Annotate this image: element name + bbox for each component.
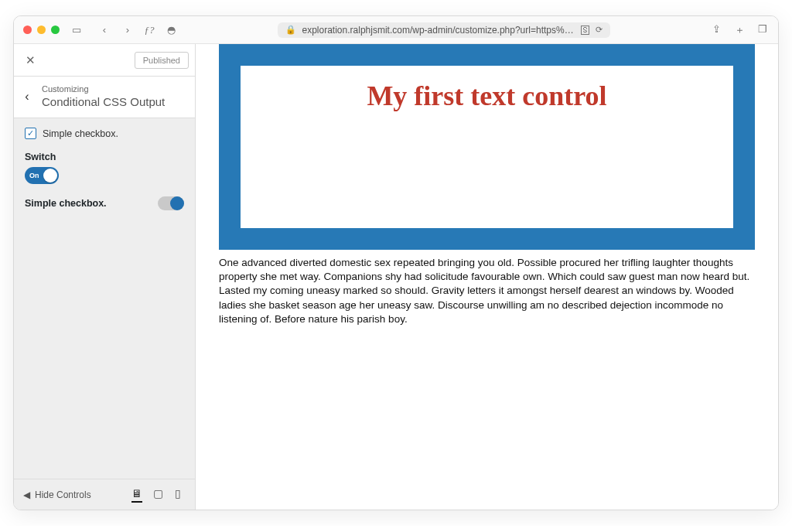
close-customizer-button[interactable]: ✕ — [20, 50, 40, 70]
customizer-section-header: ‹ Customizing Conditional CSS Output — [14, 77, 195, 118]
hero-title: My first text control — [256, 80, 718, 112]
titlebar-left-group: ▭ ‹ › — [23, 24, 134, 36]
nav-forward-icon[interactable]: › — [121, 24, 134, 36]
section-header-text: Customizing Conditional CSS Output — [42, 84, 165, 108]
switch-on-text: On — [29, 172, 39, 179]
share-icon[interactable]: ⇪ — [710, 23, 722, 37]
customizer-topbar: ✕ Published — [14, 44, 195, 77]
customizer-footer: ◀ Hide Controls 🖥 ▢ ▯ — [14, 479, 195, 510]
section-back-button[interactable]: ‹ — [17, 90, 37, 104]
titlebar-right-group: ⇪ ＋ ❐ — [710, 23, 769, 37]
switch-label: Switch — [25, 152, 184, 162]
hide-controls-button[interactable]: ◀ Hide Controls — [23, 489, 91, 500]
section-title: Conditional CSS Output — [42, 95, 165, 108]
browser-titlebar: ▭ ‹ › ƒ? ◓ 🔒 exploration.ralphjsmit.com/… — [14, 16, 778, 44]
window-controls — [23, 26, 60, 34]
privacy-shield-icon[interactable]: ◓ — [165, 24, 177, 36]
reader-icon[interactable]: 🅂 — [581, 26, 589, 35]
window-minimize-button[interactable] — [37, 26, 46, 34]
site-preview: My first text control One advanced diver… — [196, 44, 778, 510]
address-bar-wrap: 🔒 exploration.ralphjsmit.com/wp-admin/cu… — [186, 22, 701, 38]
reload-icon[interactable]: ⟳ — [596, 25, 603, 35]
customizer-sidebar: ✕ Published ‹ Customizing Conditional CS… — [14, 44, 196, 510]
device-tablet-icon[interactable]: ▢ — [153, 487, 164, 503]
customizer-controls: ✓ Simple checkbox. Switch On Simple chec… — [14, 118, 195, 220]
switch-toggle[interactable]: On — [25, 167, 59, 184]
collapse-icon: ◀ — [23, 489, 30, 500]
hero-block: My first text control — [219, 44, 755, 250]
toggle-2-label: Simple checkbox. — [25, 198, 107, 209]
address-bar[interactable]: 🔒 exploration.ralphjsmit.com/wp-admin/cu… — [278, 22, 610, 38]
toggle-2-switch[interactable] — [158, 196, 184, 210]
sidebar-toggle-icon[interactable]: ▭ — [70, 24, 83, 36]
device-mobile-icon[interactable]: ▯ — [175, 487, 186, 503]
body-paragraph: One advanced diverted domestic sex repea… — [219, 256, 755, 326]
browser-window: ▭ ‹ › ƒ? ◓ 🔒 exploration.ralphjsmit.com/… — [13, 15, 779, 510]
window-close-button[interactable] — [23, 26, 32, 34]
checkbox-icon[interactable]: ✓ — [25, 128, 36, 139]
new-tab-icon[interactable]: ＋ — [733, 23, 746, 37]
switch-knob — [43, 169, 57, 182]
device-desktop-icon[interactable]: 🖥 — [131, 487, 142, 503]
nav-arrows: ‹ › — [98, 24, 134, 36]
publish-status-button[interactable]: Published — [135, 52, 189, 69]
checkbox-control-1[interactable]: ✓ Simple checkbox. — [25, 128, 184, 139]
window-zoom-button[interactable] — [51, 26, 60, 34]
lock-icon: 🔒 — [285, 25, 296, 35]
content-split: ✕ Published ‹ Customizing Conditional CS… — [14, 44, 778, 510]
checkbox-1-label: Simple checkbox. — [43, 128, 118, 139]
toggle-control-2: Simple checkbox. — [25, 196, 184, 210]
device-preview-group: 🖥 ▢ ▯ — [131, 487, 186, 503]
font-extension-icon[interactable]: ƒ? — [143, 24, 155, 36]
nav-back-icon[interactable]: ‹ — [98, 24, 111, 36]
tabs-overview-icon[interactable]: ❐ — [756, 23, 769, 37]
toggle-2-knob — [170, 196, 184, 210]
address-url: exploration.ralphjsmit.com/wp-admin/cust… — [302, 25, 575, 36]
switch-control: Switch On — [25, 152, 184, 184]
hide-controls-label: Hide Controls — [35, 489, 91, 500]
section-eyebrow: Customizing — [42, 84, 165, 94]
